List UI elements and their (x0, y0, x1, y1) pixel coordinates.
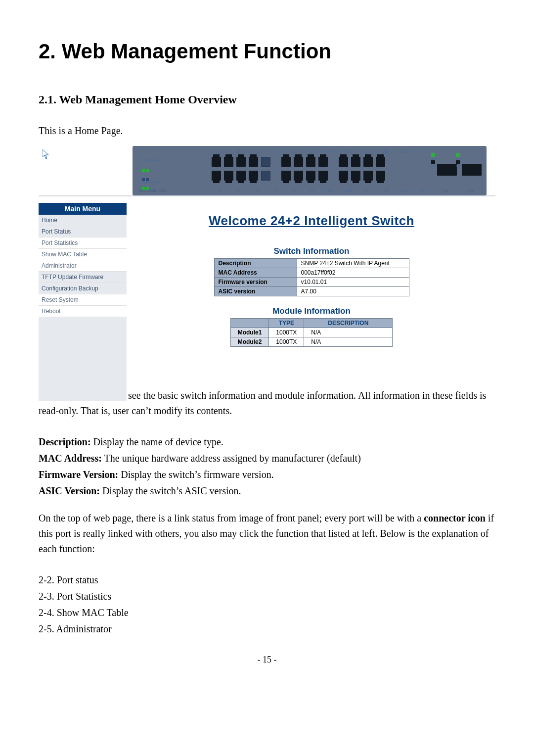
switch-info-table: DescriptionSNMP 24+2 Switch With IP Agen… (214, 258, 409, 296)
port-row-bottom (212, 171, 388, 181)
module-info-table: TYPEDESCRIPTIONModule11000TXN/AModule210… (230, 318, 393, 347)
ethernet-port[interactable] (306, 157, 315, 167)
sidebar-header: Main Menu (39, 203, 127, 215)
ethernet-port[interactable] (306, 171, 315, 181)
description-line-2: Firmware Version: Display the switch’s f… (39, 467, 495, 482)
chapter-heading: 2. Web Management Function (39, 40, 495, 63)
sidebar-item-8[interactable]: Reboot (39, 306, 127, 317)
description-term: Firmware Version: (39, 469, 118, 480)
screenshot-header: PWR FAN1 DIAG FAN2 DC1 PANEL=J8.1 2X4X6X… (39, 143, 495, 196)
ethernet-port[interactable] (281, 171, 291, 181)
description-term: ASIC Version: (39, 485, 100, 496)
table-cell: N/A (304, 328, 393, 337)
ethernet-port[interactable] (224, 171, 233, 181)
table-header-cell: TYPE (269, 319, 304, 328)
module2-led: LNKACT (456, 153, 460, 168)
section-heading: 2.1. Web Management Home Overview (39, 93, 495, 106)
ethernet-port[interactable] (363, 157, 373, 167)
table-cell: 1000TX (269, 328, 304, 337)
ethernet-port[interactable] (261, 171, 270, 181)
paragraph-connector-a: On the top of web page, there is a link … (39, 513, 424, 523)
description-text: Display the switch’s firmware version. (118, 469, 273, 480)
description-line-1: MAC Address: The unique hardware address… (39, 451, 495, 466)
table-row: DescriptionSNMP 24+2 Switch With IP Agen… (214, 259, 409, 268)
welcome-heading: Welcome 24+2 Intelligent Switch (128, 213, 495, 229)
function-list-item-2: 2-4. Show MAC Table (39, 605, 495, 620)
module-number-26: 26X (468, 189, 474, 193)
ethernet-port[interactable] (363, 171, 373, 181)
ethernet-port[interactable] (318, 171, 328, 181)
ethernet-port[interactable] (224, 157, 233, 167)
ethernet-port[interactable] (376, 171, 385, 181)
description-text: Display the name of device type. (91, 436, 223, 447)
svg-marker-0 (43, 149, 48, 159)
ethernet-port[interactable] (249, 171, 258, 181)
ethernet-port[interactable] (249, 157, 258, 167)
table-row: ASIC versionA7.00 (214, 287, 409, 296)
port-number-row-bottom: 1X3X5X7X9X11X13X15X17X19X21X23X (211, 189, 432, 192)
ethernet-port[interactable] (339, 171, 348, 181)
function-list-item-3: 2-5. Administrator (39, 621, 495, 637)
device-front-panel: PWR FAN1 DIAG FAN2 DC1 PANEL=J8.1 2X4X6X… (133, 146, 487, 195)
table-header-cell: DESCRIPTION (304, 319, 393, 328)
table-header-cell: Firmware version (214, 278, 297, 287)
sidebar-item-0[interactable]: Home (39, 215, 127, 226)
module-slot-2 (462, 164, 482, 176)
table-header-cell (230, 319, 269, 328)
table-header-cell: Module2 (230, 337, 269, 347)
ethernet-port[interactable] (351, 171, 360, 181)
description-text: Display the switch’s ASIC version. (100, 485, 241, 496)
description-term: MAC Address: (39, 453, 102, 464)
paragraph-connector-bold: connector icon (424, 513, 486, 523)
table-row: Firmware versionv10.01.01 (214, 278, 409, 287)
ethernet-port[interactable] (351, 157, 360, 167)
switch-info-heading: Switch Information (128, 246, 495, 256)
panel-status-leds (141, 166, 149, 192)
table-cell: 000a17ff0f02 (297, 268, 409, 278)
table-header-cell: Description (214, 259, 297, 268)
table-cell: SNMP 24+2 Switch With IP Agent (297, 259, 409, 268)
ethernet-port[interactable] (236, 157, 246, 167)
ethernet-port[interactable] (212, 157, 221, 167)
table-cell: A7.00 (297, 287, 409, 296)
table-cell: 1000TX (269, 337, 304, 347)
page-number: - 15 - (39, 655, 495, 665)
function-list-item-0: 2-2. Port status (39, 572, 495, 588)
sidebar-item-6[interactable]: Configuration Backup (39, 283, 127, 294)
table-row: Module21000TXN/A (230, 337, 393, 347)
ethernet-port[interactable] (294, 171, 303, 181)
panel-bottom-label: DC1 PANEL=J8.1 (139, 189, 167, 192)
sidebar-item-4[interactable]: Administrator (39, 260, 127, 272)
intro-line: This is a Home Page. (39, 123, 495, 139)
ethernet-port[interactable] (376, 157, 385, 167)
sidebar-item-1[interactable]: Port Status (39, 226, 127, 237)
ethernet-port[interactable] (236, 171, 246, 181)
ethernet-port[interactable] (212, 171, 221, 181)
ethernet-port[interactable] (339, 157, 348, 167)
module1-led: LNKACT (431, 153, 436, 168)
screenshot-content: Welcome 24+2 Intelligent Switch Switch I… (128, 196, 495, 372)
module-slot-1 (437, 164, 457, 176)
module-number-25: 25X (443, 189, 449, 193)
description-line-0: Description: Display the name of device … (39, 434, 495, 450)
table-row: MAC Address000a17ff0f02 (214, 268, 409, 278)
ethernet-port[interactable] (261, 157, 270, 167)
sidebar-item-3[interactable]: Show MAC Table (39, 249, 127, 260)
ethernet-port[interactable] (318, 157, 328, 167)
table-cell: v10.01.01 (297, 278, 409, 287)
screenshot: PWR FAN1 DIAG FAN2 DC1 PANEL=J8.1 2X4X6X… (39, 143, 495, 372)
table-header-cell: MAC Address (214, 268, 297, 278)
ethernet-port[interactable] (281, 157, 291, 167)
sidebar-item-7[interactable]: Reset System (39, 294, 127, 306)
description-term: Description: (39, 436, 91, 447)
table-header-cell: ASIC version (214, 287, 297, 296)
ethernet-port[interactable] (294, 157, 303, 167)
pointer-cursor-icon (43, 149, 49, 159)
table-cell: N/A (304, 337, 393, 347)
panel-led-label: PWR FAN1 (141, 158, 162, 162)
port-number-row-top: 2X4X6X8X10X12X14X16X18X20X22X24X (211, 150, 432, 153)
sidebar-item-5[interactable]: TFTP Update Firmware (39, 272, 127, 283)
sidebar-item-2[interactable]: Port Statistics (39, 237, 127, 249)
sidebar-menu: Main Menu HomePort StatusPort Statistics… (39, 203, 127, 401)
description-line-3: ASIC Version: Display the switch’s ASIC … (39, 483, 495, 499)
